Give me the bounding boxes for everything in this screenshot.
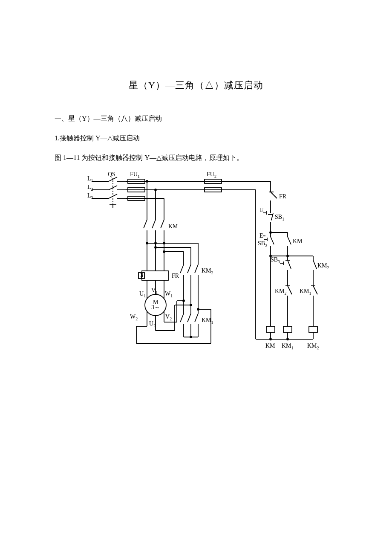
svg-line-97 (271, 192, 277, 198)
label-v1: V1 (151, 287, 158, 295)
label-w1: W1 (165, 291, 173, 298)
svg-line-63 (187, 264, 191, 273)
label-km2-aux: KM2 (317, 262, 329, 270)
svg-point-28 (146, 180, 148, 182)
label-fu2: FU2 (207, 171, 216, 179)
svg-point-29 (155, 189, 156, 191)
label-km1-coil: KM1 (282, 343, 294, 350)
label-km1-nc: KM1 (300, 288, 311, 296)
label-km-coil: KM (265, 343, 275, 349)
svg-rect-140 (283, 326, 292, 332)
label-v2: V2 (165, 314, 172, 321)
svg-point-57 (155, 247, 156, 248)
label-e2: E (259, 232, 263, 239)
label-three: 3 (140, 272, 143, 279)
label-km2-nc: KM2 (275, 288, 287, 296)
svg-line-75 (187, 314, 191, 322)
svg-line-115 (288, 237, 291, 244)
label-km2-main: KM2 (202, 267, 213, 275)
label-km2-coil: KM2 (307, 343, 319, 350)
label-u2: U2 (149, 320, 156, 328)
svg-point-147 (287, 338, 288, 340)
svg-line-133 (288, 286, 292, 294)
svg-point-146 (270, 338, 271, 340)
subsection-heading: 1.接触器控制 Y—△减压启动 (55, 134, 140, 143)
svg-line-126 (288, 260, 291, 269)
label-sb1: SB1 (275, 214, 284, 221)
label-l1: L1 (87, 175, 93, 183)
svg-line-111 (271, 237, 274, 244)
svg-rect-141 (309, 326, 317, 332)
label-u1: U1 (139, 291, 146, 298)
svg-point-81 (190, 336, 192, 338)
circuit-svg: L1 L2 L3 QS FU1 FU2 KM 3 FR KM2 KM1 M 3～… (87, 169, 330, 382)
label-km-main: KM (168, 223, 178, 230)
label-km-aux: KM (293, 238, 303, 244)
label-fr-ctrl: FR (279, 193, 287, 200)
label-w2: W2 (130, 314, 138, 321)
svg-rect-139 (266, 326, 275, 332)
svg-line-31 (152, 220, 156, 228)
label-m3: 3～ (151, 304, 160, 311)
label-sb3: SB3 (271, 256, 280, 264)
label-fr-main: FR (172, 273, 179, 279)
label-km1-main: KM1 (202, 317, 213, 325)
label-l3: L3 (87, 192, 93, 200)
svg-line-62 (180, 264, 184, 273)
figure-caption: 图 1—11 为按钮和接触器控制 Y—△减压启动电路，原理如下。 (55, 154, 243, 163)
page-title: 星（Y）—三角（△）减压启动 (0, 79, 392, 92)
circuit-diagram: L1 L2 L3 QS FU1 FU2 KM 3 FR KM2 KM1 M 3～… (87, 169, 330, 382)
svg-line-30 (144, 220, 147, 228)
section-heading: 一、星（Y）—三角（八）减压启动 (55, 114, 162, 123)
svg-rect-42 (142, 271, 168, 280)
svg-point-58 (163, 251, 165, 253)
label-sb2: SB2 (258, 240, 267, 248)
svg-line-137 (313, 286, 317, 294)
svg-line-76 (195, 314, 198, 322)
label-l2: L2 (87, 184, 93, 192)
svg-line-74 (180, 314, 184, 322)
svg-line-64 (195, 264, 198, 273)
label-qs: QS (108, 171, 115, 177)
label-e1: E (260, 207, 264, 213)
svg-line-129 (313, 260, 317, 269)
label-fu1: FU1 (130, 171, 140, 179)
svg-line-32 (161, 220, 164, 228)
